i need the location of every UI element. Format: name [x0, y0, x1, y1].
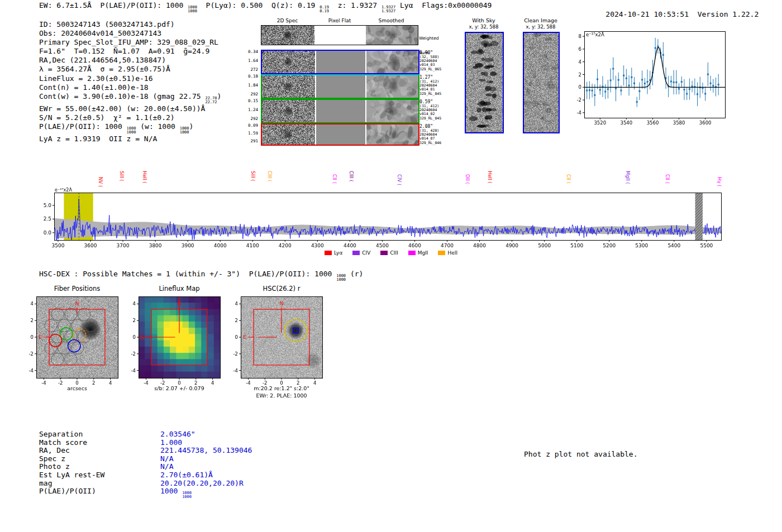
spec2d-left-value: 1.24	[248, 108, 258, 112]
fiber-positions-title: Fiber Positions	[27, 285, 127, 293]
lineflux-map-xlabel: s/b: 2.07 +/- 0.079	[129, 385, 230, 391]
spec2d-left-value: 0.15	[248, 99, 258, 103]
hsc-cutout-xlabel: m:20.2 re:1.2" s:2.0"	[231, 385, 332, 391]
info-line: P(LAE)/P(OII): 1000 10001000 (w: 1000 10…	[39, 122, 221, 135]
info-line: LyA z = 1.9319 OII z = N/A	[39, 135, 221, 143]
legend-item-label: CIV	[362, 250, 370, 256]
match-table-value: 2.03546"	[160, 430, 196, 438]
legend-item: CIII	[380, 250, 398, 256]
fraction-bottom: 1000	[336, 278, 346, 282]
emission-line-label: OII (	[465, 174, 470, 184]
legend-item-label: HeII	[447, 250, 457, 256]
stacked-fraction: 10001000	[127, 127, 136, 135]
emission-line-label: NV (	[98, 177, 103, 187]
legend-color-box	[325, 251, 332, 255]
fraction-bottom: 0.19	[320, 9, 329, 13]
info-line: Cont(n) = 1.40(±1.00)e-18	[39, 83, 221, 92]
info-line: EWr = 55.00(±42.00) (w: 20.00(±4.50))Å	[39, 104, 221, 113]
fraction-bottom: 1.9327	[382, 9, 395, 13]
line-fit-plot	[568, 27, 731, 127]
legend-item-label: Lyα	[334, 250, 342, 256]
info-line: ID: 5003247143 (5003247143.pdf)	[39, 20, 221, 29]
emission-line-label: CII (	[566, 174, 571, 184]
match-table-row: Photo zN/A	[39, 463, 252, 471]
stacked-fraction: 0.190.19	[320, 6, 329, 13]
emission-line-label: HeII (	[487, 171, 493, 184]
text-segment: EWr = 55.00(±42.00) (w: 20.00(±4.50))Å	[39, 104, 205, 113]
spec2d-annotation: 329_RL_046	[419, 141, 444, 145]
match-table-label: Separation	[39, 430, 160, 439]
photz-note: Phot z plot not available.	[524, 450, 638, 459]
spec2d-left-value: 272	[250, 68, 258, 72]
report-timestamp: 2024-10-21 10:53:51	[605, 10, 689, 18]
spec2d-left-value: 0.34	[248, 50, 258, 54]
text-segment: (r)	[346, 270, 363, 278]
emission-line-label: Hγ (	[717, 177, 722, 186]
text-segment: z: 1.9327	[329, 1, 382, 9]
spec2d-row-annotations: 2.08"(31, 420)20240604v014_07329_RL_046	[419, 124, 444, 145]
info-line: LineFlux = 2.30(±0.51)e-16	[39, 74, 221, 83]
spec2d-left-value: 291	[250, 139, 258, 143]
match-table-value: 1000 10001000	[160, 487, 192, 495]
match-table-value: 20.20(20.20,20.20)R	[160, 479, 244, 487]
match-table-label: Photo z	[39, 463, 160, 471]
legend-item: HeII	[438, 250, 457, 256]
stacked-fraction: 10001000	[182, 491, 192, 499]
match-table: Separation2.03546"Match score1.000RA, De…	[39, 430, 252, 499]
legend-item: MgII	[408, 250, 428, 256]
text-segment: HSC-DEX : Possible Matches = 1 (within +…	[39, 270, 336, 278]
match-table-label: mag	[39, 480, 160, 488]
stacked-fraction: 22.7822.72	[205, 97, 217, 104]
fraction-bottom: 22.72	[205, 100, 217, 104]
text-segment: EW: 6.7±1.5Å P(LAE)/P(OII): 1000	[39, 1, 188, 9]
header-meta: 2024-10-21 10:53:51 Version 1.22.2	[588, 1, 759, 28]
fraction-bottom: 1000	[188, 9, 197, 13]
legend-color-box	[408, 251, 416, 255]
match-table-row: Match score1.000	[39, 439, 252, 447]
match-table-row: P(LAE)/P(OII)1000 10001000	[39, 487, 252, 499]
match-table-label: RA, Dec	[39, 447, 160, 455]
legend-item: Lyα	[325, 250, 342, 256]
spec2d-left-value: 1.64	[248, 59, 258, 63]
emission-line-label: CII (	[332, 174, 337, 184]
spec2d-row-image	[261, 99, 419, 123]
emission-line-label: CIII (	[349, 171, 354, 181]
legend-item-label: CIII	[390, 250, 398, 256]
full-spectrum-plot	[39, 188, 723, 253]
spec2d-left-value: 1.59	[248, 131, 258, 136]
spectrum-legend: LyαCIVCIIIMgIIHeII	[0, 250, 782, 256]
clean-image-title: Clean Image	[521, 17, 560, 23]
match-table-label: Est LyA rest-EW	[39, 471, 160, 480]
text-segment: 2.70(±0.61)Å	[160, 471, 213, 479]
report-version: Version 1.22.2	[698, 10, 759, 18]
spec2d-left-value: 292	[250, 117, 258, 121]
text-segment: 221.445738, 50.139046	[160, 446, 252, 454]
emission-line-label: SiII (	[119, 171, 125, 181]
weighted-sum-label-line1: Weighted	[419, 36, 439, 41]
match-table-row: mag20.20(20.20,20.20)R	[39, 480, 252, 488]
spec2d-row-image	[261, 50, 419, 74]
text-segment: )	[189, 122, 194, 131]
lineflux-map-title: Lineflux Map	[129, 285, 230, 293]
info-line: Obs: 20240604v014_5003247143	[39, 29, 221, 38]
text-segment: Obs: 20240604v014_5003247143	[39, 29, 161, 37]
text-segment: LineFlux = 2.30(±0.51)e-16	[39, 74, 153, 83]
text-segment: 1.000	[160, 438, 182, 447]
info-line: RA,Dec (221.446564,50.138847)	[39, 56, 221, 65]
clean-image	[523, 32, 560, 133]
match-table-row: Est LyA rest-EW2.70(±0.61)Å	[39, 471, 252, 480]
text-segment: N/A	[160, 454, 173, 463]
text-segment: Cont(n) = 1.40(±1.00)e-18	[39, 83, 149, 92]
spec2d-col-header-pixelflat: Pixel Flat	[315, 18, 364, 23]
spec2d-row-image	[261, 74, 419, 99]
info-line: λ = 3564.27Å σ = 2.95(±0.75)Å	[39, 65, 221, 74]
info-line: F=1.6" T=0.152 N̄=1.07 A=0.91 ḡ=24.9	[39, 47, 221, 56]
emission-line-label: CIV (	[397, 174, 402, 185]
spec2d-left-value: 0.18	[248, 74, 258, 79]
elixer-report-page: EW: 6.7±1.5Å P(LAE)/P(OII): 1000 1000100…	[0, 0, 782, 532]
text-segment: (w: 1000	[136, 122, 179, 131]
text-segment: Lyα Flags:0x00000049	[395, 1, 492, 9]
match-table-row: Spec zN/A	[39, 455, 252, 463]
match-table-label: P(LAE)/P(OII)	[39, 487, 160, 496]
text-segment: 2.03546"	[160, 430, 196, 438]
